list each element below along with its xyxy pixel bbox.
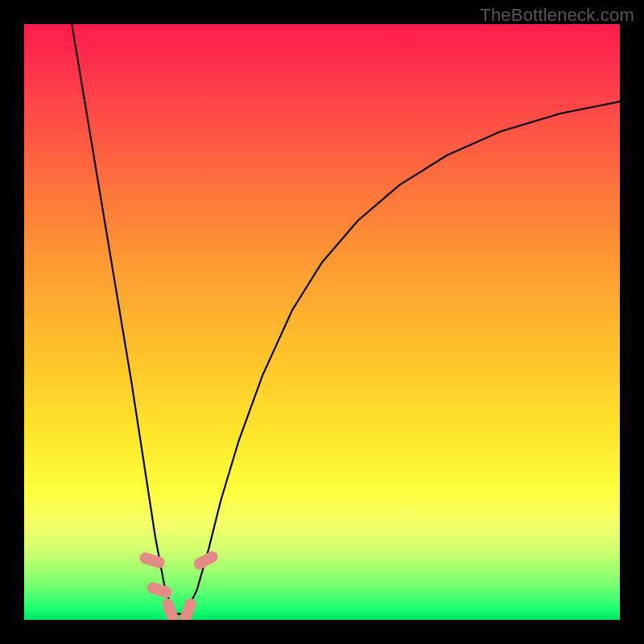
curve-markers bbox=[138, 549, 220, 620]
marker-bottom-right bbox=[178, 597, 197, 620]
marker-left-lower bbox=[146, 580, 174, 599]
marker-bottom-left bbox=[160, 597, 180, 620]
watermark-text: TheBottleneck.com bbox=[480, 5, 634, 26]
plot-area bbox=[24, 24, 620, 620]
marker-right-upper bbox=[192, 549, 220, 571]
curve-path bbox=[72, 24, 620, 614]
marker-left-upper bbox=[138, 551, 167, 569]
outer-frame: TheBottleneck.com bbox=[0, 0, 644, 644]
bottleneck-curve bbox=[24, 24, 620, 620]
